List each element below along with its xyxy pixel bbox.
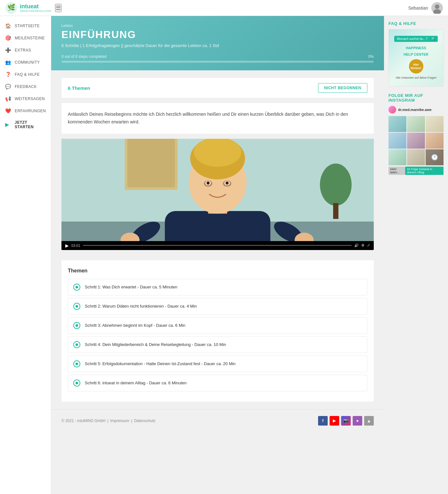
svg-point-10 [320,163,352,206]
hamburger-menu[interactable]: ☰ [55,4,61,12]
instagram-widget: FOLGE MIR AUF INSTAGRAM dr.med.mareike.a… [388,93,444,175]
faq-help-center-text: HELP CENTER [396,52,436,57]
footer-impressum[interactable]: Impressum [110,419,129,423]
right-sidebar: FAQ & HILFE Wonach suchst du...? 🔍 HAPPI… [384,16,448,494]
nicht-begonnen-button[interactable]: NICHT BEGONNEN [318,83,367,93]
step-circle [73,380,80,387]
sidebar-item-extras[interactable]: ➕ EXTRAS [0,44,51,56]
step-circle [73,360,80,367]
instagram-profile[interactable]: dr.med.mareike.awe [388,106,444,114]
faq-title: FAQ & HILFE [388,21,444,26]
fullscreen-icon[interactable]: ⤢ [367,243,370,247]
community-icon: 👥 [5,59,12,65]
podcast-button[interactable]: ● [353,416,362,426]
avatar [431,2,443,14]
themen-header: 6 Themen NICHT BEGONNEN [61,78,374,98]
video-progress[interactable] [83,245,352,246]
instagram-post-8[interactable] [407,149,425,165]
sidebar-item-jetzt-starten[interactable]: ▶ JETZT STARTEN [0,117,51,132]
faq-search-bar: Wonach suchst du...? 🔍 [394,36,438,42]
list-item[interactable]: Schritt 2: Warum Diäten nicht funktionie… [68,298,367,315]
step-label: Schritt 4: Dein Mitgliederbereich & Dein… [85,342,226,347]
instagram-follow-button[interactable]: 32 Folge Instaeat in deinem Alltag [405,167,444,175]
list-item[interactable]: Schritt 1: Was Dich erwartet - Dauer ca.… [68,279,367,295]
svg-rect-13 [165,211,270,241]
instagram-post-7[interactable] [388,149,406,165]
instagram-post-1[interactable] [388,116,406,132]
play-icon: ▶ [5,122,12,128]
sidebar-item-faq[interactable]: ❓ FAQ & HILFE [0,68,51,81]
faq-widget: FAQ & HILFE Wonach suchst du...? 🔍 HAPPI… [388,21,444,87]
logo-sub: #WOHLFÜHLREVOLUTION [20,10,51,12]
volume-icon: 🔊 [354,243,359,247]
hero-description: 6 Schritte | 1 Erfolgsfragebogen || gesc… [61,43,374,48]
footer-datenschutz[interactable]: Datenschutz [134,419,156,423]
step-label: Schritt 5: Erfolgsdokumentation - Halte … [85,361,236,366]
instagram-footer: Mehr laden... 32 Folge Instaeat in deine… [388,167,444,175]
sidebar-item-community[interactable]: 👥 COMMUNITY [0,56,51,68]
sidebar-item-label: FEEDBACK [15,84,37,89]
sidebar-item-feedback[interactable]: 💬 FEEDBACK [0,81,51,93]
clock-icon: 🕐 [431,154,438,161]
sidebar-item-meilensteine[interactable]: 🎯 MEILENSTEINE [0,32,51,44]
faq-happiness-text: HAPPINESS [396,46,436,50]
list-item[interactable]: Schritt 5: Erfolgsdokumentation - Halte … [68,356,367,372]
settings-icon[interactable]: ⚙ [361,243,364,247]
nav-left: 🌿 intueat #WOHLFÜHLREVOLUTION ☰ [5,2,61,14]
sidebar-item-label: EXTRAS [15,48,31,52]
facebook-button[interactable]: f [318,416,328,426]
faq-image[interactable]: Wonach suchst du...? 🔍 HAPPINESS HELP CE… [388,29,444,87]
sidebar-item-label: MEILENSTEINE [15,36,45,40]
instagram-handle: dr.med.mareike.awe [398,108,432,112]
feedback-icon: 💬 [5,84,12,90]
footer-copyright: © 2021 - intuMIND GmbH [61,419,106,423]
svg-rect-11 [333,203,338,219]
erfahrungen-icon: ❤️ [5,108,12,114]
step-label: Schritt 2: Warum Diäten nicht funktionie… [85,304,197,309]
svg-point-23 [226,181,229,184]
list-item[interactable]: Schritt 6: intueat in deinem Alltag - Da… [68,375,367,391]
instagram-post-2[interactable] [407,116,425,132]
step-circle [73,303,80,310]
play-button[interactable]: ▶ [65,243,69,248]
progress-bar [61,61,374,63]
sidebar-item-erfahrungen[interactable]: ❤️ ERFAHRUNGEN [0,105,51,117]
step-circle [73,341,80,348]
themen-section-title: Themen [68,268,367,274]
sidebar-item-label: ERFAHRUNGEN [15,109,46,113]
instagram-post-5[interactable] [407,133,425,149]
progress-percent: 0% [368,54,374,59]
svg-point-3 [435,4,439,9]
themen-section: Themen Schritt 1: Was Dich erwartet - Da… [61,260,374,402]
hero-banner: Lektion EINFÜHRUNG 6 Schritte | 1 Erfolg… [51,16,384,70]
youtube-button[interactable]: ▶ [330,416,339,426]
faq-search-text: Wonach suchst du...? [397,37,429,41]
search-icon: 🔍 [431,37,435,41]
instagram-mehr-button[interactable]: Mehr laden... [388,167,405,175]
instagram-post-9[interactable]: 🕐 [426,149,444,165]
sidebar-item-label: STARTSEITE [15,24,40,28]
list-item[interactable]: Schritt 4: Dein Mitgliederbereich & Dein… [68,336,367,353]
step-label: Schritt 3: Abnehmen beginnt im Kopf - Da… [85,323,185,328]
instagram-post-4[interactable] [388,133,406,149]
faq-icon: ❓ [5,72,12,77]
weitersagen-icon: 📢 [5,96,12,102]
step-label: Schritt 6: intueat in deinem Alltag - Da… [85,380,187,385]
instagram-post-3[interactable] [426,116,444,132]
svg-rect-9 [127,139,175,187]
sidebar: 🏠 STARTSEITE 🎯 MEILENSTEINE ➕ EXTRAS 👥 C… [0,16,51,494]
themen-link[interactable]: 6 Themen [68,85,90,91]
sidebar-item-label: WEITERSAGEN [15,97,45,101]
instagram-grid: 🕐 [388,116,444,165]
list-item[interactable]: Schritt 3: Abnehmen beginnt im Kopf - Da… [68,317,367,334]
sidebar-item-label: JETZT STARTEN [15,120,46,129]
video-container[interactable]: ▶ 03:01 🔊 ⚙ ⤢ [61,139,374,250]
sidebar-item-startseite[interactable]: 🏠 STARTSEITE [0,20,51,32]
instagram-post-6[interactable] [426,133,444,149]
scroll-top-button[interactable]: ▲ [364,416,374,426]
nav-right: Sebastian [408,2,443,14]
instagram-button[interactable]: 📷 [341,416,351,426]
svg-text:🌿: 🌿 [7,4,15,11]
faq-hier-klicken-button[interactable]: Hier klicken! [409,59,423,74]
sidebar-item-weitersagen[interactable]: 📢 WEITERSAGEN [0,93,51,105]
